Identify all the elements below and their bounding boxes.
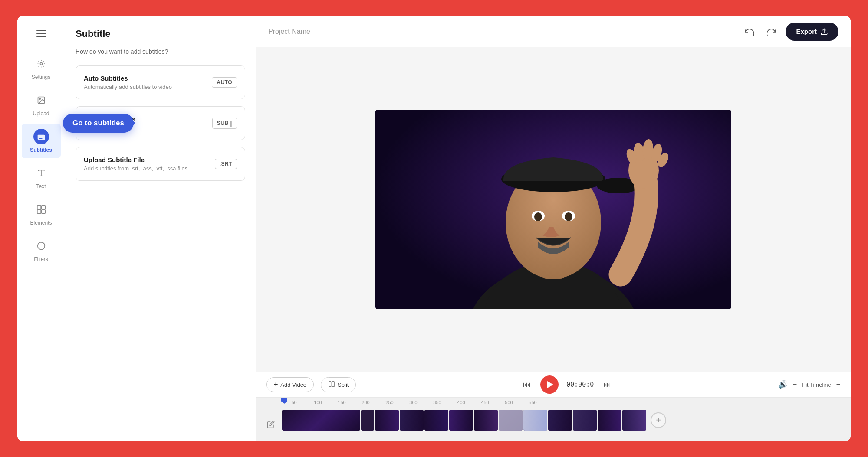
ruler-250: 250 — [378, 400, 401, 405]
topbar-actions: Export — [740, 23, 838, 41]
cursor-icon: | — [230, 120, 232, 127]
pencil-button[interactable] — [263, 417, 279, 432]
timeline-clip-11[interactable] — [573, 410, 597, 431]
timeline-clip-4[interactable] — [400, 410, 424, 431]
hamburger-button[interactable] — [33, 25, 50, 42]
topbar: Project Name Export — [256, 16, 851, 47]
ruler-300: 300 — [401, 400, 425, 405]
ruler-350: 350 — [425, 400, 449, 405]
timeline-clip-7[interactable] — [474, 410, 498, 431]
add-video-label: Add Video — [280, 382, 306, 388]
manual-subtitles-card[interactable]: Go to subtitles Manual Subtitles SUB to … — [76, 106, 245, 140]
svg-point-24 — [565, 212, 572, 221]
zoom-minus-button[interactable]: − — [793, 381, 797, 388]
add-clip-button[interactable]: + — [651, 412, 666, 428]
settings-icon — [33, 56, 49, 72]
timeline-clip-10[interactable] — [548, 410, 572, 431]
timeline-clip-3[interactable] — [375, 410, 399, 431]
auto-badge: AUTO — [212, 77, 237, 88]
sidebar: Settings Upload Subtitles — [17, 16, 65, 441]
auto-card-desc: Automatically add subtitles to video — [84, 84, 172, 90]
tooltip-text: Go to subtitles — [72, 119, 124, 127]
export-label: Export — [796, 28, 817, 35]
filters-label: Filters — [34, 256, 48, 262]
svg-rect-10 — [37, 210, 40, 213]
timeline-clip-1[interactable] — [282, 410, 360, 431]
svg-rect-8 — [37, 206, 40, 209]
timeline-clip-9[interactable] — [523, 410, 547, 431]
zoom-plus-button[interactable]: + — [836, 381, 840, 388]
auto-card-title: Auto Subtitles — [84, 75, 172, 82]
add-video-button[interactable]: + Add Video — [266, 377, 314, 392]
timeline-clip-6[interactable] — [449, 410, 473, 431]
text-icon — [33, 165, 49, 181]
ruler-150: 150 — [330, 400, 354, 405]
timeline-clip-2[interactable] — [361, 410, 374, 431]
timeline-clip-12[interactable] — [598, 410, 621, 431]
ruler-550: 550 — [521, 400, 545, 405]
split-label: Split — [338, 382, 349, 388]
upload-icon — [33, 92, 49, 108]
elements-label: Elements — [30, 220, 52, 226]
skip-back-button[interactable]: ⏮ — [521, 379, 533, 391]
timeline-track: 50 100 150 200 250 300 350 400 450 500 5… — [256, 398, 851, 441]
play-icon — [547, 381, 553, 388]
upload-card-title: Upload Subtitle File — [84, 156, 187, 163]
split-button[interactable]: Split — [321, 377, 356, 392]
fit-timeline-label: Fit Timeline — [802, 382, 831, 388]
timeline-clip-5[interactable] — [424, 410, 448, 431]
svg-point-2 — [39, 98, 40, 100]
elements-icon — [33, 202, 49, 217]
upload-subtitle-card[interactable]: Upload Subtitle File Add subtitles from … — [76, 147, 245, 181]
timeline-clips-row: + — [256, 407, 851, 433]
timeline-controls: + Add Video Split ⏮ 00:00:0 ⏭ — [256, 372, 851, 398]
add-icon: + — [274, 381, 278, 388]
ruler-450: 450 — [473, 400, 497, 405]
timeline-ruler: 50 100 150 200 250 300 350 400 450 500 5… — [256, 398, 851, 407]
text-label: Text — [36, 183, 46, 189]
volume-icon[interactable]: 🔊 — [778, 380, 788, 389]
auto-subtitles-card[interactable]: Auto Subtitles Automatically add subtitl… — [76, 65, 245, 99]
timeline-center: ⏮ 00:00:0 ⏭ — [363, 375, 771, 394]
panel-title: Subtitle — [76, 28, 245, 39]
undo-button[interactable] — [740, 23, 758, 40]
app-container: Settings Upload Subtitles — [17, 16, 851, 441]
timeline-clip-8[interactable] — [499, 410, 523, 431]
skip-forward-button[interactable]: ⏭ — [602, 379, 613, 391]
ruler-200: 200 — [354, 400, 378, 405]
sidebar-item-subtitles[interactable]: Subtitles — [22, 124, 61, 158]
sidebar-item-settings[interactable]: Settings — [22, 51, 61, 85]
subtitles-label: Subtitles — [30, 147, 52, 153]
svg-rect-5 — [39, 138, 42, 139]
srt-badge: .SRT — [215, 159, 237, 169]
ruler-500: 500 — [497, 400, 521, 405]
video-area — [256, 47, 851, 372]
settings-label: Settings — [32, 74, 50, 80]
play-button[interactable] — [540, 375, 559, 394]
manual-badge: SUB | — [212, 118, 237, 129]
svg-rect-4 — [39, 137, 44, 137]
ruler-400: 400 — [449, 400, 473, 405]
sidebar-item-text[interactable]: Text — [22, 160, 61, 195]
redo-button[interactable] — [763, 23, 780, 40]
timeline-clip-13[interactable] — [622, 410, 646, 431]
svg-rect-32 — [332, 382, 334, 387]
svg-rect-31 — [329, 382, 331, 387]
svg-point-0 — [40, 63, 42, 65]
video-thumbnail — [375, 110, 731, 309]
subtitles-icon — [33, 129, 49, 144]
timeline-right: 🔊 − Fit Timeline + — [778, 380, 840, 389]
export-button[interactable]: Export — [786, 23, 838, 41]
svg-rect-9 — [41, 206, 45, 209]
svg-point-23 — [534, 212, 542, 221]
sidebar-item-elements[interactable]: Elements — [22, 196, 61, 231]
go-to-subtitles-tooltip: Go to subtitles — [63, 114, 134, 133]
video-person-svg — [375, 110, 731, 309]
filters-icon — [33, 238, 49, 254]
svg-rect-11 — [41, 210, 45, 213]
panel-subtitle: How do you want to add subtitles? — [76, 48, 245, 55]
split-icon — [328, 381, 335, 389]
sub-badge-text: SUB — [217, 120, 229, 126]
sidebar-item-filters[interactable]: Filters — [22, 233, 61, 268]
sidebar-item-upload[interactable]: Upload — [22, 87, 61, 122]
